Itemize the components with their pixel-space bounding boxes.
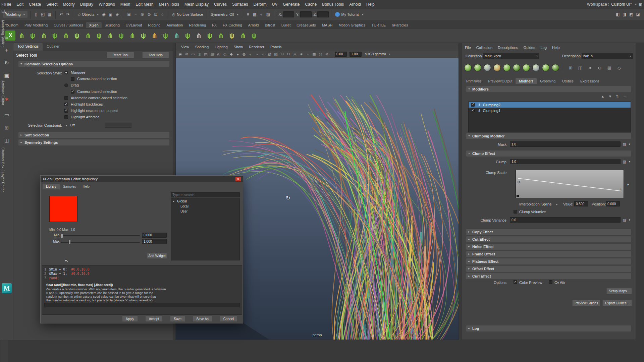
viewport-menu-lighting[interactable]: Lighting: [212, 45, 230, 49]
xgen-tool-icon[interactable]: ψ: [94, 31, 104, 41]
section-copy-effect[interactable]: Copy Effect: [466, 229, 631, 235]
xgen-menu-guides[interactable]: Guides: [524, 46, 535, 50]
panel-toggle-icon[interactable]: ◰: [1, 2, 7, 7]
viewport-menu-show[interactable]: Show: [231, 45, 246, 49]
workspace-lock-icon[interactable]: ▣: [639, 2, 642, 7]
xgen-tab-utilities[interactable]: Utilities: [559, 78, 577, 84]
section-curl-effect[interactable]: Curl Effect: [466, 273, 631, 279]
snap-view-icon[interactable]: ⊡: [152, 11, 159, 18]
snap-point-icon[interactable]: ⊙: [139, 11, 146, 18]
xgen-brush-icon-2[interactable]: [484, 64, 491, 71]
xgen-brush-icon-4[interactable]: [503, 64, 511, 71]
xgen-tab-preview-output[interactable]: Preview/Output: [485, 78, 516, 84]
close-icon[interactable]: ×: [235, 177, 241, 181]
shelf-tab-poly-modeling[interactable]: Poly Modeling: [21, 22, 51, 28]
menubar-item-edit[interactable]: Edit: [14, 0, 26, 9]
section-flatness-effect[interactable]: Flatness Effect: [466, 258, 631, 264]
viewport-toolbar-icon-18[interactable]: ◬: [292, 51, 298, 57]
xgen-utility-icon-1[interactable]: ◫: [577, 64, 584, 71]
snap-plane-icon[interactable]: ◌: [159, 11, 166, 18]
file-save-icon[interactable]: ▦: [46, 11, 53, 18]
xgen-brush-icon-8[interactable]: [542, 64, 549, 71]
xgen-brush-icon-9[interactable]: [552, 64, 559, 71]
shelf-tab-fx[interactable]: FX: [209, 22, 220, 28]
ramp-right-key[interactable]: T: [620, 187, 622, 190]
viewport-toolbar-icon-10[interactable]: ◍: [241, 51, 247, 57]
description-dropdown[interactable]: hair_b ▾: [582, 53, 633, 59]
panel-tab-outliner[interactable]: Outliner: [43, 43, 64, 51]
axis-input-x[interactable]: [283, 11, 294, 17]
clump-variance-field[interactable]: [510, 217, 621, 223]
ramp-left-key[interactable]: R: [518, 180, 520, 184]
checkbox-highlight-affected[interactable]: [64, 115, 68, 119]
panel-right-icon[interactable]: ◨: [621, 11, 628, 18]
shelf-tab-creasesets[interactable]: CreaseSets: [293, 22, 319, 28]
export-guides-button[interactable]: Export Guides...: [602, 300, 632, 306]
shelf-tab-turtle[interactable]: TURTLE: [369, 22, 389, 28]
xgen-brush-icon-0[interactable]: [464, 64, 472, 71]
section-cut-effect[interactable]: Cut Effect: [466, 236, 631, 242]
account-menu[interactable]: My Tutorial ▾: [334, 12, 365, 17]
file-open-icon[interactable]: ◱: [40, 11, 46, 18]
panel-toggle-icon[interactable]: ◱: [1, 9, 7, 14]
xgen-tab-expressions[interactable]: Expressions: [577, 78, 603, 84]
clump-map-icon[interactable]: ▨: [622, 159, 627, 164]
select-object-icon[interactable]: ▣: [107, 11, 114, 18]
viewport-toolbar-icon-16[interactable]: ⊡: [279, 51, 285, 57]
layout-single-icon[interactable]: ▭: [2, 111, 11, 119]
xgen-tool-icon[interactable]: ⋔: [83, 31, 93, 41]
snap-curve-icon[interactable]: ≈: [132, 11, 139, 18]
section-noise-effect[interactable]: Noise Effect: [466, 244, 631, 250]
menubar-item-cache[interactable]: Cache: [302, 0, 319, 9]
xgen-tab-grooming[interactable]: Grooming: [537, 78, 559, 84]
viewport-menu-renderer[interactable]: Renderer: [246, 45, 267, 49]
live-surface-indicator[interactable]: ◎ No Live Surface: [171, 12, 204, 17]
modifier-row-clumping1[interactable]: ⋔Clumping1: [469, 108, 631, 113]
slider-track-max[interactable]: [61, 242, 140, 243]
shelf-tab-rigging[interactable]: Rigging: [145, 22, 163, 28]
menubar-item-mesh[interactable]: Mesh: [118, 0, 133, 9]
menubar-item-deform[interactable]: Deform: [251, 0, 269, 9]
xgen-tool-icon[interactable]: ⋔: [216, 31, 226, 41]
select-component-icon[interactable]: ◈: [114, 11, 120, 18]
apply-button[interactable]: Apply: [122, 316, 138, 322]
xgen-utility-icon-3[interactable]: ⊙: [596, 64, 603, 71]
checkbox-camera-based-selection[interactable]: [71, 90, 74, 94]
cancel-button[interactable]: Cancel: [220, 316, 237, 322]
xgen-brush-icon-5[interactable]: [513, 64, 520, 71]
redo-icon[interactable]: ↷: [65, 11, 71, 18]
slider-value-max[interactable]: [142, 239, 167, 244]
menubar-item-mesh-tools[interactable]: Mesh Tools: [156, 0, 182, 9]
expression-code-editor[interactable]: 1$Min = 0; #0.0,10.02$Max = 1; #0.0,10.0…: [42, 265, 242, 315]
file-new-icon[interactable]: ▯: [33, 11, 40, 18]
symmetry-selector[interactable]: Symmetry: Off ▾: [209, 12, 239, 16]
xgen-tool-icon[interactable]: ψ: [116, 31, 126, 41]
section-modifiers[interactable]: Modifiers: [466, 86, 631, 92]
xgen-tool-icon[interactable]: ψ: [160, 31, 170, 41]
undo-icon[interactable]: ↶: [58, 11, 65, 18]
select-hierarchy-icon[interactable]: ◉: [100, 11, 107, 18]
xgen-brush-icon-3[interactable]: [493, 64, 501, 71]
sidebar-tab-channel-box-layer-editor[interactable]: Channel Box / Layer Editor: [1, 147, 5, 192]
radio-marquee[interactable]: [64, 71, 68, 74]
xgen-menu-help[interactable]: Help: [552, 46, 560, 50]
shelf-tab-curves-surfaces[interactable]: Curves / Surfaces: [51, 22, 86, 28]
panel-left-icon[interactable]: ◧: [614, 11, 621, 18]
xgen-tool-icon[interactable]: ψ: [50, 31, 60, 41]
xgen-tool-icon[interactable]: ψ: [249, 31, 259, 41]
xgen-tool-icon[interactable]: ⋔: [16, 31, 26, 41]
viewport-toolbar-icon-21[interactable]: ▦: [311, 51, 317, 57]
move-tool-icon[interactable]: +: [2, 46, 11, 55]
xgen-tool-icon[interactable]: ⋔: [194, 31, 204, 41]
xgen-tool-icon[interactable]: ⋔: [61, 31, 71, 41]
viewport-toolbar-icon-0[interactable]: ◉: [177, 51, 183, 57]
render-current-icon[interactable]: ▩: [251, 11, 258, 18]
color-management-dropdown[interactable]: sRGB gamma▾: [365, 52, 390, 56]
collection-dropdown[interactable]: Male_xgen ▾: [483, 53, 539, 59]
clump-menu-icon[interactable]: ▾: [628, 159, 632, 164]
xgen-tool-icon[interactable]: ψ: [227, 31, 237, 41]
tool-help-button[interactable]: Tool Help: [142, 52, 169, 58]
tree-item-user[interactable]: User: [171, 209, 239, 214]
xgen-utility-icon-0[interactable]: ⊞: [567, 64, 574, 71]
xgen-tool-icon[interactable]: ⋔: [127, 31, 137, 41]
